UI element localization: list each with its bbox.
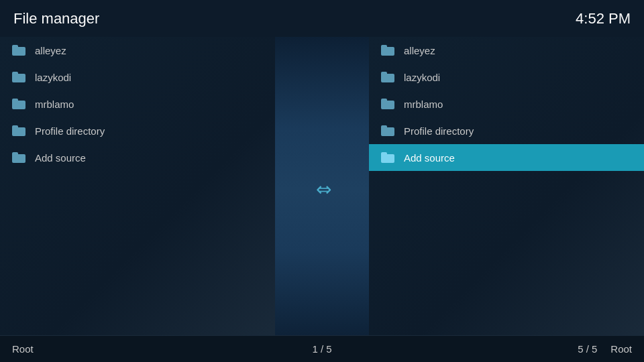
clock: 4:52 PM bbox=[576, 10, 631, 27]
item-label: mrblamo bbox=[404, 99, 443, 110]
item-label: Profile directory bbox=[404, 125, 474, 137]
list-item[interactable]: Profile directory bbox=[0, 117, 275, 144]
footer-left: Root bbox=[0, 343, 275, 355]
folder-icon bbox=[381, 152, 396, 163]
folder-icon bbox=[12, 152, 27, 163]
footer: Root 1 / 5 5 / 5 Root bbox=[0, 335, 644, 362]
item-label: mrblamo bbox=[35, 99, 74, 110]
item-label: alleyez bbox=[35, 45, 66, 56]
list-item[interactable]: alleyez bbox=[369, 37, 644, 64]
swap-icon: ⇔ bbox=[316, 178, 329, 200]
list-item[interactable]: mrblamo bbox=[0, 90, 275, 117]
folder-icon bbox=[12, 125, 27, 136]
folder-icon bbox=[381, 72, 396, 82]
list-item[interactable]: Profile directory bbox=[369, 117, 644, 144]
page-title: File manager bbox=[13, 10, 99, 27]
folder-icon bbox=[12, 72, 27, 82]
item-label: Add source bbox=[404, 152, 455, 164]
footer-right: 5 / 5 Root bbox=[369, 343, 644, 355]
right-panel: alleyez lazykodi mrblamo Profile directo… bbox=[369, 37, 644, 342]
folder-icon bbox=[381, 99, 396, 109]
list-item[interactable]: lazykodi bbox=[369, 64, 644, 90]
footer-center: 1 / 5 bbox=[275, 343, 369, 355]
folder-icon bbox=[12, 45, 27, 56]
right-root-label: Root bbox=[610, 343, 632, 355]
right-page-count: 5 / 5 bbox=[578, 343, 597, 355]
folder-icon bbox=[381, 45, 396, 56]
left-panel: alleyez lazykodi mrblamo Profile directo… bbox=[0, 37, 275, 342]
list-item[interactable]: alleyez bbox=[0, 37, 275, 64]
left-root-label: Root bbox=[12, 343, 34, 355]
list-item[interactable]: mrblamo bbox=[369, 90, 644, 117]
list-item[interactable]: Add source bbox=[0, 144, 275, 171]
center-divider: ⇔ bbox=[275, 37, 369, 342]
main-container: alleyez lazykodi mrblamo Profile directo… bbox=[0, 37, 644, 342]
folder-icon bbox=[381, 125, 396, 136]
add-source-item[interactable]: Add source bbox=[369, 144, 644, 171]
item-label: lazykodi bbox=[35, 72, 71, 83]
item-label: Profile directory bbox=[35, 125, 105, 137]
list-item[interactable]: lazykodi bbox=[0, 64, 275, 90]
folder-icon bbox=[12, 99, 27, 109]
item-label: alleyez bbox=[404, 45, 435, 56]
item-label: lazykodi bbox=[404, 72, 440, 83]
left-page-count: 1 / 5 bbox=[312, 343, 331, 355]
item-label: Add source bbox=[35, 152, 86, 164]
header: File manager 4:52 PM bbox=[0, 0, 644, 37]
